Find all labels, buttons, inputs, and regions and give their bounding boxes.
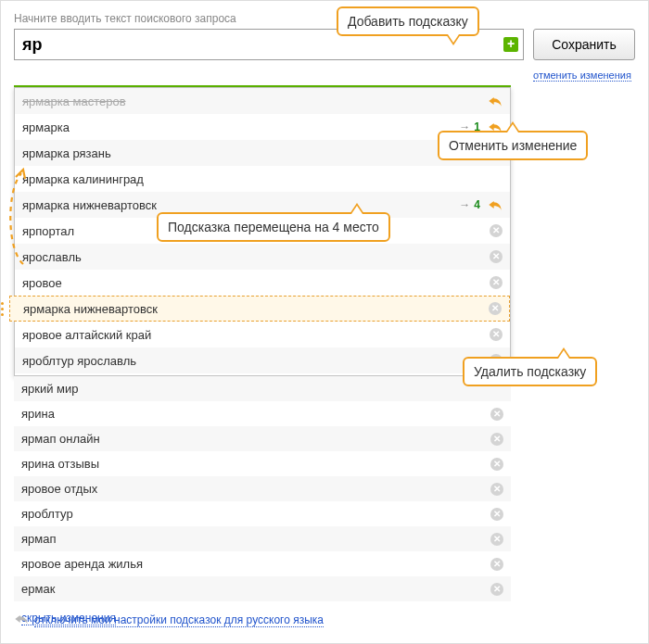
add-suggestion-button[interactable]: + xyxy=(503,37,518,52)
delete-icon[interactable]: ✕ xyxy=(490,508,503,521)
suggestion-text: ярмарка нижневартовск xyxy=(23,302,489,316)
suggestion-row[interactable]: яровое алтайский край✕ xyxy=(15,322,510,347)
suggestion-text: ярмарка рязань xyxy=(22,146,503,160)
suggestion-text: ярмап онлайн xyxy=(21,432,490,446)
delete-icon[interactable]: ✕ xyxy=(489,302,502,315)
suggestion-text: ермак xyxy=(21,582,490,596)
delete-icon[interactable]: ✕ xyxy=(490,583,503,596)
suggestion-text: ярмарка калининград xyxy=(22,172,503,186)
suggestion-row[interactable]: ярмап✕ xyxy=(14,526,511,551)
suggestion-row[interactable]: ярославль✕ xyxy=(15,244,510,270)
delete-icon[interactable]: ✕ xyxy=(490,250,503,263)
suggestion-text: яркий мир xyxy=(21,382,503,396)
callout-moved: Подсказка перемещена на 4 место xyxy=(157,212,390,242)
moved-indicator: →4 xyxy=(459,198,480,211)
reorder-arrow xyxy=(3,166,27,268)
suggestion-text: ярмап xyxy=(21,532,490,546)
suggestion-row[interactable]: ярина✕ xyxy=(14,401,511,426)
suggestion-text: ярмарка xyxy=(22,120,459,134)
callout-undo-change: Отменить изменение xyxy=(438,131,588,160)
suggestion-row[interactable]: ярмарка рязань xyxy=(15,140,510,166)
delete-icon[interactable]: ✕ xyxy=(490,458,503,471)
suggestion-text: ярмарка мастеров xyxy=(22,95,488,108)
suggestion-row[interactable]: ярмарка нижневартовск✕ xyxy=(9,296,510,322)
suggestion-text: ярославль xyxy=(22,250,490,264)
disable-settings-link[interactable]: отключить мои настройки подсказок для ру… xyxy=(34,613,324,627)
delete-icon[interactable]: ✕ xyxy=(490,433,503,446)
callout-delete: Удалить подсказку xyxy=(463,357,597,386)
suggestion-text: яровое отдых xyxy=(21,482,490,496)
callout-add-suggestion: Добавить подсказку xyxy=(337,6,479,36)
suggestion-text: яровое алтайский край xyxy=(22,328,490,342)
save-button[interactable]: Сохранить xyxy=(533,29,635,60)
suggestion-row[interactable]: ярoблтур✕ xyxy=(14,501,511,526)
disable-settings-row[interactable]: отключить мои настройки подсказок для ру… xyxy=(14,612,324,628)
suggestion-row[interactable]: яркий мир xyxy=(14,376,511,401)
delete-icon[interactable]: ✕ xyxy=(490,276,503,289)
undo-icon[interactable] xyxy=(488,95,503,107)
suggestion-text: яровое xyxy=(22,276,490,290)
suggestion-row[interactable]: яровое аренда жилья✕ xyxy=(14,551,511,576)
suggestion-row[interactable]: ярмарка мастеров xyxy=(15,88,510,114)
suggestion-row[interactable]: ермак✕ xyxy=(14,576,511,601)
suggestion-text: яровое аренда жилья xyxy=(21,557,490,571)
delete-icon[interactable]: ✕ xyxy=(490,224,503,237)
suggestion-row[interactable]: яровое✕ xyxy=(15,270,510,296)
cancel-changes-link[interactable]: отменить изменения xyxy=(533,69,631,82)
delete-icon[interactable]: ✕ xyxy=(490,483,503,496)
suggestion-text: ярмарка нижневартовск xyxy=(22,198,459,212)
suggestion-row[interactable]: ярина отзывы✕ xyxy=(14,451,511,476)
input-hint: Начните вводить текст поискового запроса xyxy=(14,12,635,25)
suggestion-row[interactable]: ярмап онлайн✕ xyxy=(14,426,511,451)
delete-icon[interactable]: ✕ xyxy=(490,533,503,546)
suggestion-row[interactable]: ярмарка калининград xyxy=(15,166,510,192)
drag-handle-icon[interactable] xyxy=(0,302,6,317)
delete-icon[interactable]: ✕ xyxy=(490,558,503,571)
suggestion-text: ярoблтур xyxy=(21,507,490,521)
delete-icon[interactable]: ✕ xyxy=(490,408,503,421)
undo-icon[interactable] xyxy=(488,198,503,211)
suggestion-text: ярина xyxy=(21,407,490,421)
suggestion-row[interactable]: яровое отдых✕ xyxy=(14,476,511,501)
suggestion-text: ярoблтур ярославль xyxy=(22,354,490,368)
suggestion-row[interactable]: ярмарка→1 xyxy=(15,114,510,140)
undo-icon xyxy=(14,612,29,628)
delete-icon[interactable]: ✕ xyxy=(490,328,503,341)
suggestion-row[interactable]: ярoблтур ярославль✕ xyxy=(15,347,510,373)
suggestion-text: ярина отзывы xyxy=(21,457,490,471)
